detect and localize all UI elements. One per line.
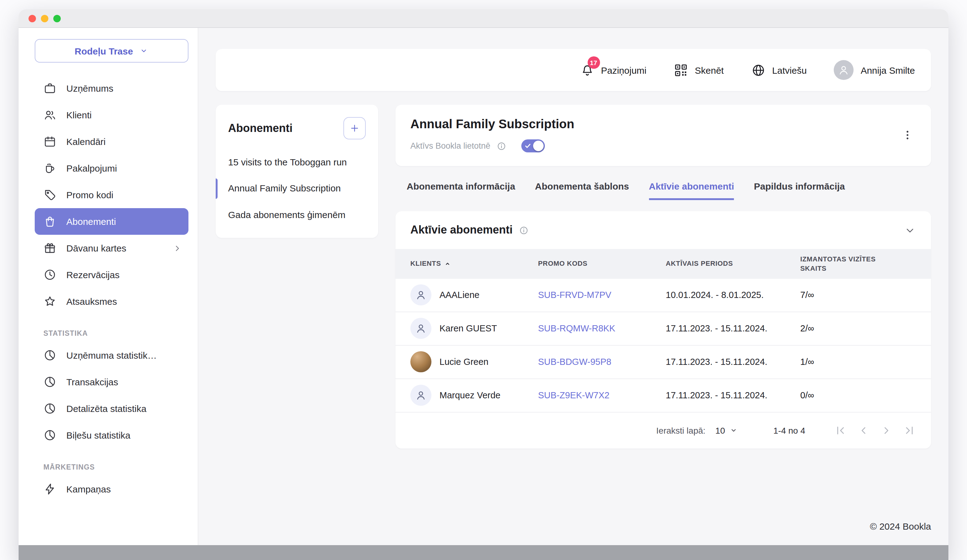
- tab-papildus-informacija[interactable]: Papildus informācija: [754, 181, 845, 200]
- tab-aktivie-abonementi[interactable]: Aktīvie abonementi: [649, 181, 734, 200]
- client-avatar-icon: [410, 318, 431, 339]
- close-window-button[interactable]: [28, 15, 36, 22]
- sidebar-item-label: Dāvanu kartes: [66, 243, 126, 254]
- sidebar-item-detalizeta-statistika[interactable]: Detalizēta statistika: [35, 395, 188, 422]
- sidebar-item-uznemums[interactable]: Uzņēmums: [35, 75, 188, 102]
- table-row[interactable]: Lucie Green SUB-BDGW-95P8 17.11.2023. - …: [396, 345, 931, 379]
- rows-per-page-select[interactable]: 10: [715, 425, 738, 435]
- table-row[interactable]: Marquez Verde SUB-Z9EK-W7X2 17.11.2023. …: [396, 379, 931, 412]
- main-area: 17 Paziņojumi Skenēt Latviešu Anni: [198, 28, 949, 560]
- sidebar-section-statistika: STATISTIKA: [35, 329, 188, 337]
- subscriptions-panel: Abonementi 15 visits to the Toboggan run…: [216, 105, 378, 238]
- sidebar-item-label: Kampaņas: [66, 484, 111, 494]
- sidebar-item-label: Atsauksmes: [66, 296, 117, 306]
- used-visits: 2/∞: [785, 323, 931, 333]
- caret-down-icon: [729, 426, 738, 434]
- collapse-section-button[interactable]: [904, 224, 916, 236]
- subscription-list-item-active[interactable]: Annual Family Subscription: [216, 176, 378, 202]
- active-period: 10.01.2024. - 8.01.2025.: [651, 290, 785, 300]
- sidebar-item-uznemuma-statistika[interactable]: Uzņēmuma statistik…: [35, 342, 188, 369]
- mug-icon: [43, 162, 56, 175]
- chevron-down-icon: [904, 224, 916, 236]
- user-name: Annija Smilte: [861, 65, 915, 75]
- minimize-window-button[interactable]: [41, 15, 48, 22]
- panel-title: Abonementi: [228, 122, 292, 135]
- sidebar-item-label: Uzņēmums: [66, 83, 114, 94]
- window-bottom-edge: [18, 545, 949, 560]
- sidebar-item-kampanas[interactable]: Kampaņas: [35, 476, 188, 502]
- active-period: 17.11.2023. - 15.11.2024.: [651, 323, 785, 333]
- sidebar-item-klienti[interactable]: Klienti: [35, 102, 188, 128]
- active-toggle[interactable]: [521, 139, 545, 152]
- pie-chart-icon: [43, 402, 56, 415]
- column-header-izmantotas-vizites: IZMANTOTAS VIZĪTES SKAITS: [785, 255, 888, 273]
- subscription-title: Annual Family Subscription: [410, 117, 574, 131]
- sidebar-item-atsauksmes[interactable]: Atsauksmes: [35, 288, 188, 315]
- titlebar: [18, 9, 949, 28]
- rows-per-page-label: Ieraksti lapā:: [656, 425, 705, 435]
- previous-page-button[interactable]: [856, 423, 870, 437]
- scan-label: Skenēt: [695, 65, 724, 75]
- used-visits: 7/∞: [785, 290, 931, 300]
- sidebar-item-kalendari[interactable]: Kalendāri: [35, 128, 188, 155]
- sidebar-item-transakcijas[interactable]: Transakcijas: [35, 369, 188, 395]
- sidebar-item-promo-kodi[interactable]: Promo kodi: [35, 181, 188, 208]
- user-avatar: [834, 60, 854, 80]
- last-page-button[interactable]: [903, 423, 916, 437]
- sidebar-item-davanu-kartes[interactable]: Dāvanu kartes: [35, 235, 188, 262]
- qr-code-icon: [674, 63, 688, 77]
- add-subscription-button[interactable]: [343, 117, 366, 139]
- chevron-down-icon: [139, 46, 149, 56]
- active-subscriptions-card: Aktīvie abonementi KLIENTS: [396, 211, 931, 448]
- table-row[interactable]: AAALiene SUB-FRVD-M7PV 10.01.2024. - 8.0…: [396, 278, 931, 312]
- scan-button[interactable]: Skenēt: [674, 63, 724, 77]
- sidebar-item-label: Biļešu statistika: [66, 430, 130, 440]
- tab-abonementa-sablons[interactable]: Abonementa šablons: [535, 181, 629, 200]
- column-header-aktivais-periods: AKTĪVAIS PERIODS: [651, 259, 785, 268]
- sidebar-item-bilesu-statistika[interactable]: Biļešu statistika: [35, 422, 188, 448]
- info-icon[interactable]: [497, 141, 507, 151]
- promo-code-link[interactable]: SUB-BDGW-95P8: [538, 357, 611, 367]
- first-page-button[interactable]: [834, 423, 847, 437]
- table-header-row: KLIENTS PROMO KODS AKTĪVAIS PERIODS IZMA…: [396, 249, 931, 278]
- sidebar-nav: Uzņēmums Klienti Kalendāri Pakalpojumi: [35, 75, 188, 502]
- check-icon: [525, 142, 531, 149]
- bag-icon: [43, 215, 56, 228]
- notifications-label: Paziņojumi: [601, 65, 647, 75]
- app-body: Rodeļu Trase Uzņēmums Klienti Kalendāri: [18, 28, 949, 560]
- next-page-button[interactable]: [880, 423, 893, 437]
- pie-chart-icon: [43, 349, 56, 362]
- more-options-button[interactable]: [899, 126, 916, 143]
- gift-icon: [43, 242, 56, 255]
- plus-icon: [349, 123, 360, 134]
- subscription-list-item[interactable]: Gada abonements ģimenēm: [216, 202, 378, 228]
- organization-selector[interactable]: Rodeļu Trase: [35, 39, 188, 63]
- briefcase-icon: [43, 82, 56, 95]
- top-header-bar: 17 Paziņojumi Skenēt Latviešu Anni: [216, 49, 931, 91]
- tab-abonementa-informacija[interactable]: Abonementa informācija: [407, 181, 515, 200]
- user-menu[interactable]: Annija Smilte: [834, 60, 915, 80]
- table-row[interactable]: Karen GUEST SUB-RQMW-R8KK 17.11.2023. - …: [396, 312, 931, 345]
- client-avatar-icon: [410, 284, 431, 305]
- app-window: Rodeļu Trase Uzņēmums Klienti Kalendāri: [18, 9, 949, 560]
- promo-code-link[interactable]: SUB-FRVD-M7PV: [538, 290, 611, 300]
- notifications-button[interactable]: 17 Paziņojumi: [580, 63, 647, 77]
- column-header-klients[interactable]: KLIENTS: [396, 259, 523, 268]
- kebab-icon: [901, 128, 914, 141]
- sidebar-item-abonementi[interactable]: Abonementi: [35, 208, 188, 235]
- sidebar-item-pakalpojumi[interactable]: Pakalpojumi: [35, 155, 188, 181]
- users-icon: [43, 109, 56, 122]
- toggle-knob: [533, 141, 544, 151]
- zoom-window-button[interactable]: [53, 15, 61, 22]
- clock-icon: [43, 268, 56, 281]
- promo-code-link[interactable]: SUB-Z9EK-W7X2: [538, 390, 609, 400]
- content-area: Abonementi 15 visits to the Toboggan run…: [216, 105, 931, 560]
- promo-code-link[interactable]: SUB-RQMW-R8KK: [538, 323, 615, 333]
- subscription-list-item[interactable]: 15 visits to the Toboggan run: [216, 149, 378, 176]
- info-icon[interactable]: [519, 225, 529, 235]
- tag-icon: [43, 188, 56, 201]
- sidebar-item-rezervacijas[interactable]: Rezervācijas: [35, 262, 188, 288]
- column-header-promo-kods: PROMO KODS: [523, 259, 651, 268]
- language-label: Latviešu: [772, 65, 807, 75]
- language-selector[interactable]: Latviešu: [751, 63, 807, 77]
